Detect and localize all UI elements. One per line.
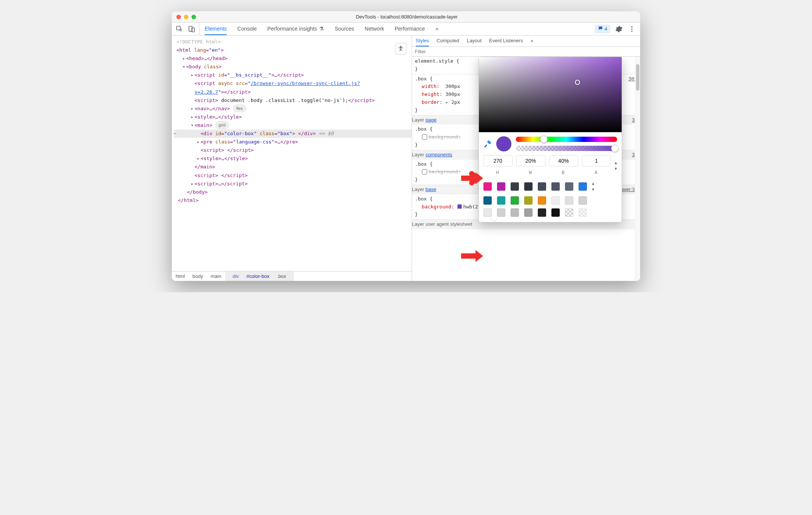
selected-node-actions-icon[interactable]: ⋯: [173, 130, 176, 138]
eyedropper-icon[interactable]: [483, 140, 492, 148]
sidebar-tab-event-listeners[interactable]: Event Listeners: [489, 35, 523, 46]
layer-link-page[interactable]: page: [426, 117, 437, 123]
palette-swatch[interactable]: [511, 208, 519, 217]
layer-link-components[interactable]: components: [426, 152, 452, 157]
palette-swatch[interactable]: [497, 208, 505, 217]
palette-swatch[interactable]: [579, 182, 587, 191]
struck-property[interactable]: background:: [429, 169, 461, 174]
settings-icon[interactable]: [615, 25, 623, 33]
tab-performance[interactable]: Performance: [395, 23, 425, 35]
message-icon: [598, 26, 603, 32]
svg-point-6: [400, 46, 401, 47]
sidebar-tab-layout[interactable]: Layout: [467, 35, 482, 46]
breadcrumb-item[interactable]: main: [207, 273, 225, 279]
palette-swatch[interactable]: [551, 182, 560, 191]
current-color-swatch: [496, 136, 511, 151]
accessibility-tree-icon[interactable]: [395, 43, 406, 54]
tab-console[interactable]: Console: [237, 23, 256, 35]
tab-performance-insights[interactable]: Performance insights ⚗: [267, 23, 324, 35]
palette-swatch[interactable]: [483, 208, 492, 217]
color-picker-popover: H W B A ▲▼ ▲▼: [479, 57, 622, 222]
blackness-label: B: [549, 169, 578, 177]
color-swatch[interactable]: [457, 204, 462, 209]
styles-panel: Styles Computed Layout Event Listeners »…: [412, 35, 640, 281]
palette-swatch[interactable]: [524, 208, 533, 217]
svg-point-3: [631, 26, 632, 27]
device-toggle-icon[interactable]: [188, 25, 195, 33]
dom-tree[interactable]: <!DOCTYPE html> <html lang="en"> ▸<head>…: [172, 35, 412, 271]
palette-swatch[interactable]: [524, 196, 533, 205]
breadcrumb-item[interactable]: body: [189, 273, 207, 279]
sidebar-tab-styles[interactable]: Styles: [416, 35, 429, 46]
flask-icon: ⚗: [319, 26, 324, 32]
palette-swatch[interactable]: [497, 196, 505, 205]
hue-input[interactable]: [483, 155, 513, 167]
palette-swatch[interactable]: [538, 208, 546, 217]
palette-scroll[interactable]: ▲▼: [592, 180, 597, 193]
messages-count: 4: [605, 26, 607, 32]
palette-swatch[interactable]: [565, 182, 573, 191]
window-title: DevTools - localhost:8080/demo/cascade-l…: [196, 14, 617, 20]
tab-network[interactable]: Network: [365, 23, 384, 35]
alpha-slider[interactable]: [516, 146, 617, 151]
alpha-input[interactable]: [582, 155, 611, 167]
svg-point-5: [631, 31, 632, 32]
hue-slider[interactable]: [516, 137, 617, 142]
tab-elements[interactable]: Elements: [205, 23, 227, 35]
whiteness-input[interactable]: [516, 155, 545, 167]
palette-swatch[interactable]: [524, 182, 533, 191]
palette-swatch[interactable]: [497, 182, 505, 191]
saturation-value-area[interactable]: [479, 57, 622, 133]
titlebar: DevTools - localhost:8080/demo/cascade-l…: [172, 11, 640, 23]
palette-swatch[interactable]: [538, 196, 546, 205]
palette-swatch[interactable]: [551, 196, 560, 205]
palette-swatch[interactable]: [579, 208, 587, 217]
annotation-arrow-icon: [461, 248, 484, 264]
tab-sources[interactable]: Sources: [335, 23, 354, 35]
breadcrumb-item[interactable]: html: [172, 273, 189, 279]
layout-badge-flex[interactable]: flex: [233, 105, 246, 113]
devtools-window: DevTools - localhost:8080/demo/cascade-l…: [172, 11, 640, 281]
selected-dom-node[interactable]: ⋯ <div id="color-box" class="box"> </div…: [174, 130, 412, 138]
color-format-toggle[interactable]: ▲▼: [615, 160, 617, 172]
property-toggle-checkbox[interactable]: [422, 169, 427, 174]
palette-swatch[interactable]: [551, 208, 560, 217]
hue-label: H: [483, 169, 513, 177]
close-window-button[interactable]: [176, 15, 181, 19]
palette-swatch[interactable]: [565, 208, 573, 217]
breadcrumb: html body main div#color-box.box: [172, 271, 412, 281]
inline-script-body: document .body .classList .toggle('no-js…: [218, 97, 348, 103]
color-inputs-row: H W B A ▲▼: [479, 155, 622, 178]
palette-swatch[interactable]: [483, 182, 492, 191]
struck-property[interactable]: background:: [429, 134, 461, 140]
styles-filter-input[interactable]: [412, 49, 640, 54]
scrollbar[interactable]: [635, 57, 640, 281]
palette-swatch[interactable]: [483, 196, 492, 205]
sidebar-tabs-overflow-icon[interactable]: »: [531, 35, 533, 46]
sv-picker-ring[interactable]: [575, 80, 580, 85]
palette-swatch[interactable]: [511, 196, 519, 205]
element-style-selector[interactable]: element.style: [415, 58, 454, 64]
palette-swatch[interactable]: [565, 196, 573, 205]
inspect-element-icon[interactable]: [176, 25, 183, 33]
minimize-window-button[interactable]: [184, 15, 188, 19]
property-toggle-checkbox[interactable]: [422, 134, 427, 140]
sidebar-tab-computed[interactable]: Computed: [437, 35, 459, 46]
console-messages-chip[interactable]: 4: [595, 25, 610, 33]
zoom-window-button[interactable]: [191, 15, 196, 19]
palette-swatch[interactable]: [511, 182, 519, 191]
whiteness-label: W: [516, 169, 545, 177]
tabs-overflow-icon[interactable]: »: [435, 23, 438, 35]
breadcrumb-item-selected[interactable]: div#color-box.box: [225, 271, 294, 281]
svg-point-4: [631, 28, 632, 29]
blackness-input[interactable]: [549, 155, 578, 167]
palette-swatch[interactable]: [538, 182, 546, 191]
palette-swatch[interactable]: [579, 196, 587, 205]
layout-badge-grid[interactable]: grid: [215, 121, 229, 129]
main-toolbar: Elements Console Performance insights ⚗ …: [172, 23, 640, 35]
kebab-menu-icon[interactable]: [628, 25, 636, 33]
elements-panel: <!DOCTYPE html> <html lang="en"> ▸<head>…: [172, 35, 412, 281]
traffic-lights: [176, 15, 196, 19]
layer-link-base[interactable]: base: [426, 187, 436, 192]
color-palette: ▲▼: [479, 178, 622, 222]
